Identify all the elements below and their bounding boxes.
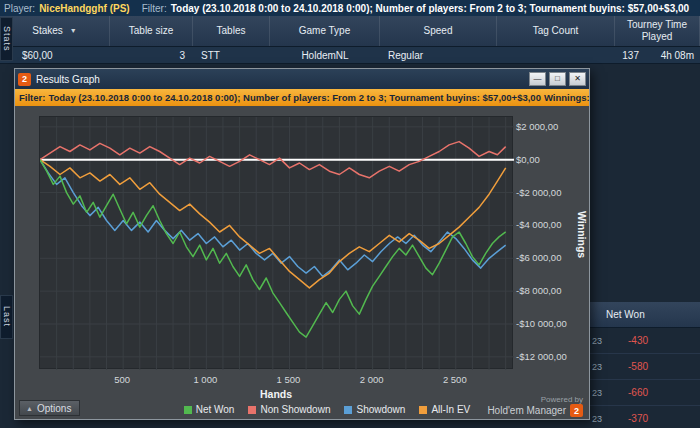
- x-tick-label: 2 500: [435, 374, 475, 385]
- brand-label: Hold'em Manager 2: [487, 404, 583, 417]
- graph-filter-text: Today (23.10.2018 0:00 to 24.10.2018 0:0…: [48, 92, 541, 103]
- row-prefix: 23: [592, 336, 602, 346]
- options-arrow-icon: ▲: [26, 405, 33, 412]
- legend-swatch: [344, 406, 352, 414]
- hm2-app-icon: 2: [18, 73, 31, 86]
- x-axis-title: Hands: [39, 388, 513, 400]
- cell-game-type: HoldemNL: [270, 47, 380, 63]
- row-prefix: 23: [592, 414, 602, 424]
- results-graph-plot: [39, 116, 513, 369]
- table-row[interactable]: 23-660: [590, 380, 700, 406]
- column-header-tag-count[interactable]: Tag Count: [497, 16, 615, 46]
- net-won-value: -580: [628, 361, 648, 372]
- filter-text[interactable]: Today (23.10.2018 0:00 to 24.10.2018 0:0…: [171, 3, 689, 14]
- net-won-rows: 23-43023-58023-66023-370: [590, 328, 700, 428]
- legend-swatch: [184, 406, 192, 414]
- legend-swatch: [248, 406, 256, 414]
- report-table-row[interactable]: $60,00 3 STT HoldemNL Regular 137 4h 08m: [0, 47, 700, 64]
- column-header-game-type[interactable]: Game Type: [270, 16, 380, 46]
- options-button[interactable]: ▲ Options: [19, 400, 80, 416]
- legend-item-all-in-ev[interactable]: All-In EV: [419, 404, 470, 415]
- vertical-tab-stats[interactable]: Stats: [0, 17, 13, 61]
- vertical-tab-last[interactable]: Last: [0, 295, 13, 339]
- x-tick-label: 1 500: [268, 374, 308, 385]
- cell-tourney-time: 4h 08m: [647, 47, 700, 63]
- net-won-value: -430: [628, 335, 648, 346]
- column-header-net-won[interactable]: Net Won: [590, 302, 700, 328]
- x-tick-label: 2 000: [352, 374, 392, 385]
- maximize-button[interactable]: □: [549, 72, 566, 86]
- y-tick-label: $2 000,00: [516, 121, 558, 132]
- graph-filter-bar[interactable]: Filter: Today (23.10.2018 0:00 to 24.10.…: [15, 89, 589, 106]
- player-name[interactable]: NiceHandgghf (PS): [39, 3, 130, 14]
- x-tick-label: 1 000: [185, 374, 225, 385]
- y-tick-label: -$4 000,00: [516, 219, 561, 230]
- report-header-row: Stakes ▼ Table size Tables Game Type Spe…: [0, 16, 700, 47]
- row-prefix: 23: [592, 362, 602, 372]
- graph-body: Hands Winnings Net WonNon ShowdownShowdo…: [15, 106, 589, 419]
- legend-label: Showdown: [356, 404, 405, 415]
- y-tick-label: -$6 000,00: [516, 252, 561, 263]
- player-label: Player:: [4, 3, 35, 14]
- cell-tag-count: 137: [497, 47, 647, 63]
- stakes-dropdown-caret[interactable]: ▼: [70, 25, 77, 37]
- y-tick-label: -$8 000,00: [516, 285, 561, 296]
- cell-tables: STT: [193, 47, 270, 63]
- minimize-button[interactable]: —: [529, 72, 546, 86]
- window-title: Results Graph: [36, 74, 526, 85]
- column-header-tables[interactable]: Tables: [193, 16, 270, 46]
- y-axis-title: Winnings: [576, 211, 588, 258]
- filter-label: Filter:: [142, 3, 167, 14]
- legend-swatch: [419, 406, 427, 414]
- cell-speed: Regular: [380, 47, 497, 63]
- column-header-stakes[interactable]: Stakes ▼: [0, 16, 110, 46]
- column-header-speed[interactable]: Speed: [380, 16, 497, 46]
- y-tick-label: $0,00: [516, 154, 540, 165]
- close-button[interactable]: ✕: [569, 72, 586, 86]
- cell-table-size: 3: [110, 47, 193, 63]
- powered-by-label: Powered by: [487, 395, 583, 404]
- background-report-table: Net Won 23-43023-58023-66023-370: [590, 64, 700, 428]
- column-header-table-size[interactable]: Table size: [110, 16, 193, 46]
- chart-legend: Net WonNon ShowdownShowdownAll-In EV: [125, 404, 529, 415]
- window-title-bar[interactable]: 2 Results Graph — □ ✕: [15, 69, 589, 89]
- row-prefix: 23: [592, 388, 602, 398]
- column-header-tourney-time-played[interactable]: Tourney Time Played: [615, 16, 700, 46]
- legend-item-showdown[interactable]: Showdown: [344, 404, 405, 415]
- winnings-label: Winnings:: [544, 92, 589, 103]
- table-row[interactable]: 23-430: [590, 328, 700, 354]
- net-won-value: -660: [628, 387, 648, 398]
- cell-stakes: $60,00: [0, 47, 110, 63]
- top-filter-bar: Player: NiceHandgghf (PS) Filter: Today …: [0, 0, 700, 16]
- graph-filter-label: Filter:: [19, 92, 45, 103]
- legend-item-non-showdown[interactable]: Non Showdown: [248, 404, 330, 415]
- legend-label: Net Won: [196, 404, 235, 415]
- results-graph-window: 2 Results Graph — □ ✕ Filter: Today (23.…: [14, 68, 590, 420]
- legend-label: All-In EV: [431, 404, 470, 415]
- net-won-value: -370: [628, 413, 648, 424]
- table-row[interactable]: 23-580: [590, 354, 700, 380]
- legend-item-net-won[interactable]: Net Won: [184, 404, 235, 415]
- x-tick-label: 500: [102, 374, 142, 385]
- hm2-brand-icon: 2: [570, 404, 583, 417]
- y-tick-label: -$10 000,00: [516, 318, 567, 329]
- y-tick-label: -$2 000,00: [516, 187, 561, 198]
- table-row[interactable]: 23-370: [590, 406, 700, 428]
- legend-label: Non Showdown: [260, 404, 330, 415]
- powered-by-block: Powered by Hold'em Manager 2: [487, 395, 583, 417]
- y-tick-label: -$12 000,00: [516, 351, 567, 362]
